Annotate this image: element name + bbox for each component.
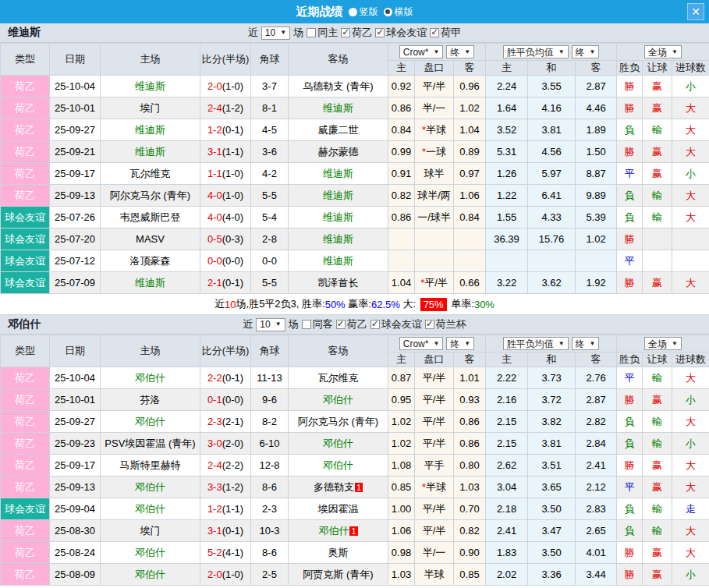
team-link[interactable]: 凯泽首长	[318, 277, 359, 289]
league-checkbox-0[interactable]: 荷乙	[341, 26, 372, 40]
team-link[interactable]: MASV	[136, 233, 165, 245]
team-link[interactable]: 阿尔克马尔 (青年)	[110, 190, 190, 201]
match-date: 25-10-04	[50, 76, 101, 97]
odds-company-select[interactable]: Crow*▼	[399, 45, 444, 58]
team-link[interactable]: 邓伯什	[135, 372, 165, 384]
same-venue-checkbox[interactable]: 同主	[307, 26, 338, 40]
league-type-cell: 荷乙	[1, 119, 50, 141]
match-count-select[interactable]: 10▼	[261, 27, 290, 40]
fullmatch-select[interactable]: 全场▼	[644, 337, 682, 350]
team-link[interactable]: 多德勒支	[314, 481, 354, 493]
team-link[interactable]: 维迪斯	[323, 233, 353, 245]
avg-home: 2.24	[486, 76, 528, 97]
avg-select[interactable]: 胜平负均值▼	[503, 45, 569, 58]
team-link[interactable]: 维迪斯	[323, 255, 353, 267]
team-link[interactable]: 维迪斯	[323, 168, 353, 179]
avg-final-select[interactable]: 终▼	[572, 45, 600, 58]
team-link[interactable]: 邓伯什	[323, 394, 353, 406]
home-team-cell: 邓伯什	[101, 542, 200, 564]
team-link[interactable]: 马斯特里赫特	[120, 459, 181, 471]
team-link[interactable]: 维迪斯	[135, 124, 165, 136]
team-link[interactable]: 赫尔蒙德	[318, 146, 359, 158]
odds-company-select[interactable]: Crow*▼	[399, 337, 444, 350]
radio-vertical-layout[interactable]: 竖版	[349, 5, 378, 19]
checkbox-icon	[302, 320, 311, 329]
result-handicap: 赢	[643, 476, 672, 498]
avg-draw: 4.33	[528, 207, 576, 228]
match-count-value: 10	[265, 27, 275, 39]
sub-col-header-2: 客	[454, 352, 486, 367]
result-goals: 大	[672, 367, 709, 389]
same-venue-checkbox[interactable]: 同客	[302, 317, 333, 331]
odds-away: 0.93	[454, 389, 486, 411]
team-link[interactable]: 瓦尔维克	[318, 372, 359, 384]
team-link[interactable]: 韦恩威斯巴登	[120, 211, 181, 223]
col-header-1: 日期	[50, 44, 101, 76]
halftime-score: (1-1)	[222, 146, 243, 158]
odds-handicap: *平/半	[415, 272, 454, 294]
close-button[interactable]: ✕	[687, 3, 704, 20]
team-link[interactable]: 洛顶豪森	[130, 255, 171, 267]
team-link[interactable]: 威廉二世	[318, 124, 359, 136]
team-link[interactable]: 阿贾克斯 (青年)	[303, 569, 373, 580]
team-link[interactable]: 埃因霍温	[318, 503, 359, 515]
team-link[interactable]: 邓伯什	[135, 503, 165, 515]
score-cell: 2-1(0-1)	[200, 272, 251, 294]
match-date: 25-10-01	[50, 389, 101, 411]
team-link[interactable]: 维迪斯	[323, 190, 353, 201]
team-link[interactable]: 奥斯	[328, 547, 349, 558]
avg-final-select[interactable]: 终▼	[572, 337, 600, 350]
result-wdl: 勝	[617, 455, 643, 476]
team-link[interactable]: 邓伯什	[323, 437, 353, 449]
team-link[interactable]: 芬洛	[140, 394, 161, 406]
team-link[interactable]: 邓伯什	[135, 481, 165, 493]
odds-final-select[interactable]: 终▼	[446, 45, 474, 58]
team-link[interactable]: 维迪斯	[135, 277, 165, 289]
odds-home: 0.85	[388, 476, 415, 498]
team-link[interactable]: 埃门	[140, 525, 161, 537]
team-link[interactable]: 埃门	[140, 102, 161, 114]
team-link[interactable]: 阿尔克马尔 (青年)	[298, 416, 378, 427]
team-link[interactable]: 维迪斯	[135, 80, 165, 92]
avg-draw: 3.50	[528, 542, 576, 564]
corners-cell: 5-5	[251, 272, 289, 294]
avg-select[interactable]: 胜平负均值▼	[503, 337, 569, 350]
checkbox-icon	[336, 320, 346, 329]
halftime-score: (2-0)	[222, 437, 243, 449]
league-checkbox-0[interactable]: 荷乙	[336, 317, 367, 331]
summary-part: 场,胜5平2负3, 胜率:	[236, 297, 325, 311]
team-link[interactable]: 瓦尔维克	[130, 168, 171, 179]
sub-col-header-3: 主	[486, 352, 528, 367]
avg-home: 2.62	[486, 455, 528, 476]
team-link[interactable]: 邓伯什	[135, 569, 165, 580]
team-link[interactable]: 邓伯什	[135, 547, 165, 558]
result-wdl: 勝	[617, 272, 643, 294]
team-link[interactable]: 维迪斯	[323, 211, 353, 223]
odds-home: 0.87	[388, 367, 415, 389]
team-link[interactable]: PSV埃因霍温 (青年)	[105, 437, 195, 449]
avg-home: 2.15	[486, 433, 528, 455]
dropdown-arrow-icon: ▼	[590, 338, 596, 350]
team-link[interactable]: 维迪斯	[135, 146, 165, 158]
fullmatch-select-label: 全场	[648, 338, 667, 350]
league-checkbox-2[interactable]: 荷兰杯	[425, 317, 466, 331]
league-checkbox-1[interactable]: 球会友谊	[370, 317, 422, 331]
card-badge: 1	[355, 483, 363, 492]
result-wdl: 負	[617, 498, 643, 520]
team-link[interactable]: 维迪斯	[323, 102, 353, 114]
team-link[interactable]: 邓伯什	[323, 459, 353, 471]
league-checkbox-2[interactable]: 荷甲	[430, 26, 461, 40]
team-link[interactable]: 邓伯什	[135, 416, 165, 427]
odds-final-select[interactable]: 终▼	[446, 337, 474, 350]
match-count-select[interactable]: 10▼	[256, 318, 285, 331]
avg-draw: 3.82	[528, 411, 576, 433]
halftime-score: (0-3)	[222, 233, 243, 245]
team-link[interactable]: 邓伯什	[318, 525, 349, 537]
match-date: 25-09-04	[50, 498, 101, 520]
team-link[interactable]: 乌德勒支 (青年)	[303, 80, 373, 92]
result-wdl: 負	[617, 520, 643, 542]
league-checkbox-1[interactable]: 球会友谊	[375, 26, 427, 40]
radio-horizontal-layout[interactable]: 横版	[384, 5, 413, 19]
fullmatch-select[interactable]: 全场▼	[644, 45, 682, 58]
odds-home: 0.86	[388, 207, 415, 228]
